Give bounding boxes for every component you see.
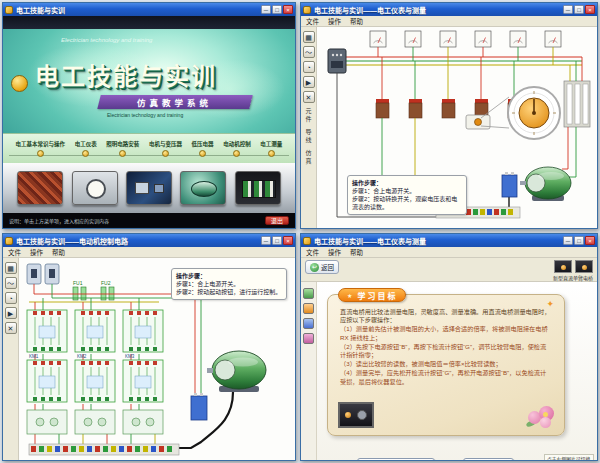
maximize-button[interactable]: □ bbox=[272, 5, 282, 14]
precautions-button[interactable]: ⚠ 注意事项 bbox=[463, 458, 514, 460]
minimize-button[interactable]: ─ bbox=[261, 5, 271, 14]
rail-icon-sim[interactable] bbox=[303, 303, 314, 314]
main-nav-strip: 电工基本常识与操作 电工仪表 照明电路安装 电机与变压器 低压电器 电动机控制 … bbox=[3, 133, 295, 163]
knob-icon bbox=[345, 412, 351, 418]
close-button[interactable]: × bbox=[585, 5, 595, 14]
menu-item-help[interactable]: 帮助 bbox=[350, 247, 363, 257]
bottom-buttons: 直流电桥校验电阻 ⚠ 注意事项 bbox=[357, 458, 514, 460]
note-line: 步骤2：按动转换开关，观察电压表和电流表的读数。 bbox=[352, 195, 462, 211]
nav-item-motorcontrol[interactable]: 电动机控制 bbox=[223, 140, 251, 157]
app-icon bbox=[303, 6, 311, 14]
main-breaker[interactable] bbox=[328, 49, 346, 73]
menu-item-operate[interactable]: 操作 bbox=[328, 16, 341, 26]
erase-icon[interactable]: ✕ bbox=[5, 322, 17, 334]
app-icon bbox=[5, 6, 13, 14]
note-line: 步骤1：合上电源开关。 bbox=[352, 187, 462, 195]
magnifier-callout bbox=[481, 87, 560, 139]
nav-item-machines[interactable]: 电机与变压器 bbox=[149, 140, 182, 157]
instrument-thumb-2[interactable] bbox=[575, 260, 593, 273]
close-button[interactable]: × bbox=[585, 236, 595, 245]
objectives-panel: ★ 学习目标 ✦ ✦ 直流电桥用比较法测量电阻，灵敏度高、测量准确。用直流电桥测… bbox=[327, 294, 565, 436]
nav-item-measure[interactable]: 电工测量 bbox=[260, 140, 282, 157]
controller-device[interactable] bbox=[466, 115, 490, 129]
maximize-button[interactable]: □ bbox=[574, 5, 584, 14]
thumb-motor[interactable] bbox=[180, 171, 226, 205]
rail-icon-study[interactable] bbox=[303, 288, 314, 299]
rail-icon-help[interactable] bbox=[303, 333, 314, 344]
panel-title: 学习目标 bbox=[357, 290, 397, 301]
menu-item-operate[interactable]: 操作 bbox=[328, 247, 341, 257]
footer-note: 说明：单击上方菜单项，进入相应的实训内容 bbox=[9, 217, 109, 224]
nav-item-basics[interactable]: 电工基本常识与操作 bbox=[16, 140, 66, 157]
sim-mode-label[interactable]: 仿真 bbox=[304, 150, 313, 166]
nav-item-meters[interactable]: 电工仪表 bbox=[75, 140, 97, 157]
exit-button[interactable]: 退出 bbox=[265, 216, 289, 225]
maximize-button[interactable]: □ bbox=[272, 236, 282, 245]
wire-tool-icon[interactable]: 〜 bbox=[5, 277, 17, 289]
titlebar[interactable]: 电工技能与实训——电工仪表与测量 ─ □ × bbox=[301, 3, 597, 16]
window-title: 电工技能与实训——电动机控制电路 bbox=[16, 236, 258, 246]
transformer-box[interactable] bbox=[191, 393, 207, 420]
back-icon: ↩ bbox=[310, 263, 319, 272]
transformer-box[interactable] bbox=[502, 172, 517, 197]
thumb-meter[interactable] bbox=[72, 171, 118, 205]
bridge-calibrate-button[interactable]: 直流电桥校验电阻 bbox=[357, 458, 435, 460]
motor[interactable] bbox=[520, 167, 571, 201]
back-button[interactable]: ↩ 返回 bbox=[305, 260, 339, 274]
logo-badge bbox=[11, 75, 28, 92]
menu-item-file[interactable]: 文件 bbox=[8, 247, 21, 257]
titlebar[interactable]: 电工技能与实训——电工仪表与测量 ─ □ × bbox=[301, 234, 597, 247]
meter-row[interactable] bbox=[370, 31, 561, 65]
window-learning-objectives: 电工技能与实训——电工仪表与测量 ─ □ × 文件 操作 帮助 ↩ 返回 bbox=[300, 233, 598, 461]
thumb-contactors[interactable] bbox=[235, 171, 281, 205]
motor[interactable] bbox=[207, 351, 266, 392]
component-icon[interactable]: ▦ bbox=[5, 262, 17, 274]
nav-item-lowvoltage[interactable]: 低压电器 bbox=[192, 140, 214, 157]
menu-item-help[interactable]: 帮助 bbox=[350, 16, 363, 26]
breakers[interactable] bbox=[27, 264, 59, 284]
title-banner: Electrician technology and training 电工技能… bbox=[3, 29, 295, 163]
circuit-canvas[interactable]: 操作步骤： 步骤1：合上电源开关。 步骤2：按动转换开关，观察电压表和电流表的读… bbox=[317, 27, 597, 228]
close-button[interactable]: × bbox=[283, 5, 293, 14]
thumb-instruments[interactable] bbox=[126, 171, 172, 205]
minimize-button[interactable]: ─ bbox=[261, 236, 271, 245]
erase-icon[interactable]: ✕ bbox=[303, 91, 315, 103]
run-icon[interactable]: ▶ bbox=[5, 307, 17, 319]
menu-item-file[interactable]: 文件 bbox=[306, 247, 319, 257]
instrument-caption: 新型直流单臂电桥 bbox=[553, 274, 593, 281]
contactor-grid[interactable] bbox=[27, 310, 163, 434]
thumb-wiring[interactable] bbox=[17, 171, 63, 205]
menu-item-operate[interactable]: 操作 bbox=[30, 247, 43, 257]
dial-icon bbox=[357, 410, 367, 420]
transformer-row[interactable] bbox=[376, 57, 521, 118]
banner-english-sub: Electrician technology and training bbox=[107, 112, 183, 118]
minimize-button[interactable]: ─ bbox=[563, 236, 573, 245]
flower-decoration bbox=[526, 405, 556, 429]
menu-item-help[interactable]: 帮助 bbox=[52, 247, 65, 257]
terminal-strip[interactable] bbox=[29, 444, 179, 455]
instrument-thumb-1[interactable] bbox=[554, 260, 572, 273]
fuse-label-fu1: FU1 bbox=[73, 280, 83, 286]
terminal-panel[interactable] bbox=[564, 57, 590, 127]
notes-title: 操作步骤： bbox=[176, 273, 206, 279]
component-icon[interactable]: ▦ bbox=[303, 31, 315, 43]
nav-dot-icon bbox=[268, 150, 275, 157]
nav-item-lighting[interactable]: 照明电路安装 bbox=[106, 140, 139, 157]
side-icon-rail bbox=[301, 282, 317, 460]
menu-bar: 文件 操作 帮助 bbox=[301, 16, 597, 27]
rail-icon-test[interactable] bbox=[303, 318, 314, 329]
banner-main-title: 电工技能与实训 bbox=[35, 57, 217, 92]
titlebar[interactable]: 电工技能与实训——电动机控制电路 ─ □ × bbox=[3, 234, 295, 247]
run-icon[interactable]: ▶ bbox=[303, 76, 315, 88]
menu-item-file[interactable]: 文件 bbox=[306, 16, 319, 26]
titlebar[interactable]: 电工技能与实训 ─ □ × bbox=[3, 3, 295, 16]
meter-tool-icon[interactable]: ◔ bbox=[303, 61, 315, 73]
wire-tool-icon[interactable]: 〜 bbox=[303, 46, 315, 58]
close-button[interactable]: × bbox=[283, 236, 293, 245]
app-icon bbox=[5, 237, 13, 245]
minimize-button[interactable]: ─ bbox=[563, 5, 573, 14]
maximize-button[interactable]: □ bbox=[574, 236, 584, 245]
learn-content: ★ 学习目标 ✦ ✦ 直流电桥用比较法测量电阻，灵敏度高、测量准确。用直流电桥测… bbox=[317, 282, 597, 460]
circuit-canvas[interactable]: FU1 FU2 bbox=[19, 258, 295, 460]
meter-tool-icon[interactable]: ◔ bbox=[5, 292, 17, 304]
